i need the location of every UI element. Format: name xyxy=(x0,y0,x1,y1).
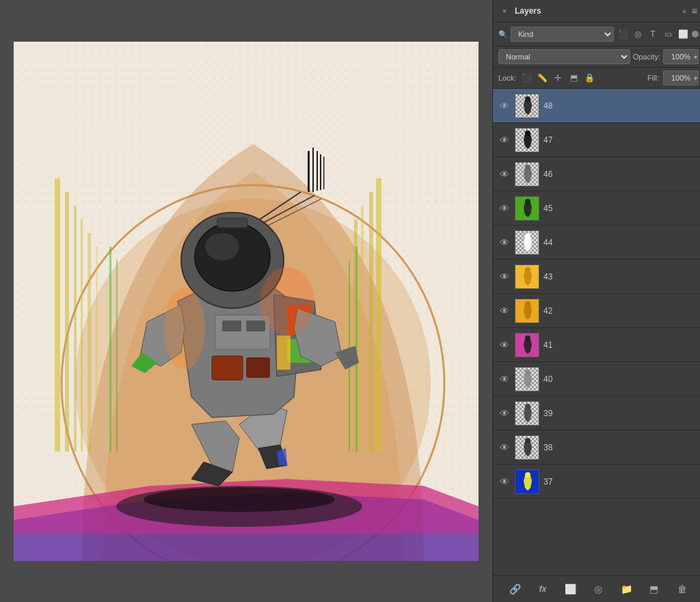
svg-point-46 xyxy=(525,131,530,136)
layers-panel: × Layers « ≡ 🔍 Kind ⬛ ◎ T ▭ ⬜ Normal Opa… xyxy=(492,0,700,602)
layer-item[interactable]: 👁48 xyxy=(493,89,700,123)
layer-item[interactable]: 👁47 xyxy=(493,123,700,157)
svg-point-53 xyxy=(525,370,530,375)
svg-rect-27 xyxy=(246,357,270,378)
add-mask-button[interactable]: ⬜ xyxy=(563,582,578,597)
layer-item[interactable]: 👁39 xyxy=(493,396,700,430)
lock-label: Lock: xyxy=(498,74,516,82)
fx-button[interactable]: fx xyxy=(535,582,550,597)
link-layers-button[interactable]: 🔗 xyxy=(507,582,522,597)
layer-visibility-toggle[interactable]: 👁 xyxy=(498,271,511,283)
layer-name: 39 xyxy=(543,409,699,418)
layer-thumbnail xyxy=(515,230,539,255)
layer-thumbnail xyxy=(515,128,539,152)
svg-rect-20 xyxy=(14,534,479,561)
layer-thumbnail xyxy=(515,94,539,118)
lock-all-icon[interactable]: 🔒 xyxy=(583,72,595,84)
layer-thumbnail xyxy=(515,196,539,221)
svg-rect-34 xyxy=(217,218,247,228)
layer-visibility-toggle[interactable]: 👁 xyxy=(498,202,511,215)
opacity-label: Opacity: xyxy=(633,53,660,61)
svg-rect-39 xyxy=(312,148,314,192)
layer-name: 41 xyxy=(543,340,699,350)
blend-row: Normal Opacity: ▾ xyxy=(493,46,700,68)
type-filter-icon[interactable]: T xyxy=(647,28,659,40)
lock-move-icon[interactable]: ✛ xyxy=(552,72,564,84)
filter-toggle-dot[interactable] xyxy=(692,31,699,38)
svg-point-48 xyxy=(525,199,530,204)
svg-point-45 xyxy=(525,96,530,102)
layer-visibility-toggle[interactable]: 👁 xyxy=(498,339,511,351)
delete-layer-button[interactable]: 🗑 xyxy=(675,582,690,597)
layer-name: 40 xyxy=(543,374,699,384)
smart-filter-icon[interactable]: ⬜ xyxy=(677,28,689,40)
layer-name: 45 xyxy=(543,204,699,213)
svg-rect-24 xyxy=(222,320,241,331)
layer-item[interactable]: 👁41 xyxy=(493,328,700,362)
blend-mode-select[interactable]: Normal xyxy=(498,49,630,64)
svg-rect-16 xyxy=(109,247,111,452)
layer-visibility-toggle[interactable]: 👁 xyxy=(498,373,511,385)
shape-filter-icon[interactable]: ▭ xyxy=(662,28,674,40)
adjustment-filter-icon[interactable]: ◎ xyxy=(632,28,644,40)
fill-chevron: ▾ xyxy=(694,74,697,82)
svg-point-49 xyxy=(525,233,530,238)
layer-name: 44 xyxy=(543,238,699,247)
svg-rect-38 xyxy=(308,151,310,192)
svg-point-47 xyxy=(525,165,530,170)
layer-thumbnail xyxy=(515,469,539,494)
layer-visibility-toggle[interactable]: 👁 xyxy=(498,168,511,180)
layer-visibility-toggle[interactable]: 👁 xyxy=(498,441,511,454)
lock-artboard-icon[interactable]: ⬒ xyxy=(567,72,580,84)
svg-rect-23 xyxy=(215,315,270,349)
new-layer-button[interactable]: ⬒ xyxy=(647,582,662,597)
lock-paint-icon[interactable]: ✏️ xyxy=(536,72,548,84)
panel-title: Layers xyxy=(515,6,541,16)
svg-rect-5 xyxy=(55,178,60,452)
svg-rect-41 xyxy=(320,154,321,190)
layer-thumbnail xyxy=(515,162,539,187)
layer-name: 37 xyxy=(543,477,699,487)
layer-thumbnail xyxy=(515,401,539,426)
svg-rect-15 xyxy=(345,233,347,452)
adjustment-layer-button[interactable]: ◎ xyxy=(591,582,606,597)
layer-item[interactable]: 👁40 xyxy=(493,362,700,396)
layer-item[interactable]: 👁45 xyxy=(493,191,700,225)
svg-rect-25 xyxy=(246,320,265,331)
svg-point-56 xyxy=(525,472,530,478)
kind-filter-select[interactable]: Kind xyxy=(511,27,614,42)
svg-point-51 xyxy=(525,301,530,307)
layer-visibility-toggle[interactable]: 👁 xyxy=(498,407,511,420)
fill-label: Fill: xyxy=(647,74,659,82)
layer-item[interactable]: 👁38 xyxy=(493,430,700,465)
filter-icons: ⬛ ◎ T ▭ ⬜ xyxy=(617,28,699,40)
layers-list[interactable]: 👁48👁47👁46👁45👁44👁43👁42👁41👁40👁39👁38👁37 xyxy=(493,89,700,575)
layer-visibility-toggle[interactable]: 👁 xyxy=(498,476,511,488)
close-button[interactable]: × xyxy=(500,6,509,16)
artwork-canvas xyxy=(14,42,479,561)
layer-visibility-toggle[interactable]: 👁 xyxy=(498,100,511,112)
panel-title-left: × Layers xyxy=(500,6,541,16)
svg-rect-8 xyxy=(81,219,83,452)
svg-point-43 xyxy=(164,288,205,370)
svg-rect-26 xyxy=(212,356,243,380)
lock-pixels-icon[interactable]: ⬛ xyxy=(520,72,533,84)
layer-item[interactable]: 👁44 xyxy=(493,225,700,260)
svg-point-50 xyxy=(525,267,530,273)
layer-visibility-toggle[interactable]: 👁 xyxy=(498,305,511,317)
layer-item[interactable]: 👁43 xyxy=(493,260,700,294)
svg-rect-13 xyxy=(361,206,364,452)
layer-visibility-toggle[interactable]: 👁 xyxy=(498,236,511,249)
layer-item[interactable]: 👁42 xyxy=(493,294,700,328)
svg-rect-11 xyxy=(376,178,381,452)
svg-rect-30 xyxy=(277,336,291,370)
collapse-button[interactable]: « xyxy=(682,8,686,15)
filter-row: 🔍 Kind ⬛ ◎ T ▭ ⬜ xyxy=(493,23,700,46)
layer-visibility-toggle[interactable]: 👁 xyxy=(498,134,511,146)
panel-menu-button[interactable]: ≡ xyxy=(692,5,697,16)
layer-item[interactable]: 👁46 xyxy=(493,157,700,191)
svg-point-54 xyxy=(525,404,530,409)
new-group-button[interactable]: 📁 xyxy=(619,582,634,597)
layer-item[interactable]: 👁37 xyxy=(493,465,700,499)
pixel-filter-icon[interactable]: ⬛ xyxy=(617,28,629,40)
